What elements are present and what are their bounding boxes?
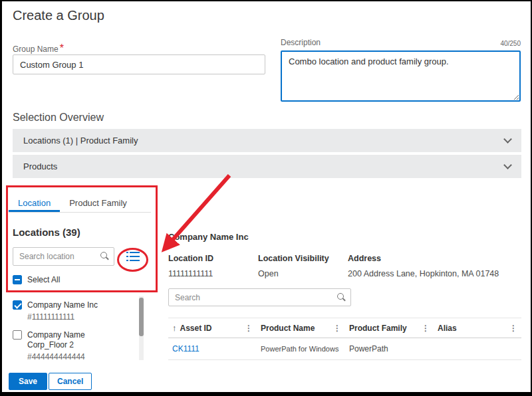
table-header-row: ↑ Asset ID ⋮ Product Name ⋮ Product Fami…: [168, 318, 521, 338]
table-row: CK1111 PowerPath for Windows PowerPath: [168, 338, 521, 360]
selection-overview-title: Selection Overview: [13, 112, 104, 124]
list-item[interactable]: Company Name Inc: [13, 296, 138, 312]
required-asterisk: *: [60, 43, 64, 54]
left-panel-tabbar: Location Product Family: [9, 193, 151, 213]
location-details: Location ID 11111111111 Location Visibil…: [168, 254, 521, 278]
tab-location[interactable]: Location: [9, 193, 60, 212]
tab-product-family[interactable]: Product Family: [60, 193, 136, 212]
description-header: Description 40/250: [281, 38, 521, 47]
divider: [9, 292, 144, 292]
asset-id-link[interactable]: CK1111: [168, 344, 257, 353]
column-menu-icon[interactable]: ⋮: [332, 324, 342, 333]
header-asset-id[interactable]: ↑ Asset ID ⋮: [168, 323, 257, 333]
header-alias[interactable]: Alias ⋮: [434, 324, 521, 333]
chevron-down-icon: [503, 161, 512, 169]
page-title: Create a Group: [13, 8, 104, 23]
chevron-down-icon: [503, 135, 512, 144]
select-all-checkbox[interactable]: [13, 275, 22, 284]
sort-ascending-icon[interactable]: ↑: [172, 323, 177, 333]
location-list: Company Name Inc #11111111111 Company Na…: [13, 296, 138, 359]
search-icon: [337, 293, 346, 302]
location-checkbox[interactable]: [13, 330, 22, 340]
location-search-input[interactable]: [13, 247, 114, 266]
char-counter: 40/250: [500, 40, 521, 47]
annotation-arrow: [138, 167, 238, 264]
list-view-icon: [126, 251, 140, 264]
location-id-text: #11111111111: [13, 312, 138, 322]
list-item[interactable]: Company Name Corp_Floor 2: [13, 322, 138, 351]
asset-search-input[interactable]: [168, 288, 351, 306]
scrollbar-thumb[interactable]: [139, 298, 144, 336]
detail-location-visibility: Location Visibility Open: [258, 254, 348, 278]
description-textarea[interactable]: Combo location and product family group.: [281, 50, 521, 102]
select-all-label: Select All: [27, 275, 60, 284]
asset-search: [168, 288, 351, 306]
scrollbar[interactable]: [139, 296, 144, 360]
accordion-locations-product-family[interactable]: Locations (1) | Product Family: [13, 129, 521, 152]
column-menu-icon[interactable]: ⋮: [508, 324, 519, 333]
cancel-button[interactable]: Cancel: [49, 373, 92, 390]
create-group-dialog: Create a Group Group Name* Description 4…: [0, 0, 532, 396]
header-product-name[interactable]: Product Name ⋮: [257, 324, 345, 333]
location-id-text: #444444444444: [13, 351, 138, 359]
group-name-input[interactable]: [13, 54, 265, 74]
location-search: [13, 247, 114, 266]
product-name-cell: PowerPath for Windows: [257, 345, 345, 353]
assets-table: ↑ Asset ID ⋮ Product Name ⋮ Product Fami…: [168, 318, 521, 360]
column-menu-icon[interactable]: ⋮: [420, 324, 431, 333]
header-product-family[interactable]: Product Family ⋮: [345, 324, 434, 333]
column-menu-icon[interactable]: ⋮: [243, 324, 254, 333]
search-icon: [100, 252, 109, 260]
detail-location-id: Location ID 11111111111: [168, 254, 258, 278]
group-name-label: Group Name*: [13, 43, 64, 54]
description-label: Description: [281, 38, 321, 47]
list-view-button[interactable]: [122, 248, 144, 266]
accordion-products[interactable]: Products: [13, 155, 521, 178]
location-checkbox[interactable]: [13, 300, 22, 310]
save-button[interactable]: Save: [9, 373, 47, 390]
select-all-row: Select All: [13, 275, 60, 284]
company-name: Company Name Inc: [168, 232, 249, 242]
detail-address: Address 200 Address Lane, Hopkinton, MA …: [348, 254, 521, 278]
product-family-cell: PowerPath: [345, 344, 434, 353]
locations-count-heading: Locations (39): [13, 227, 80, 238]
